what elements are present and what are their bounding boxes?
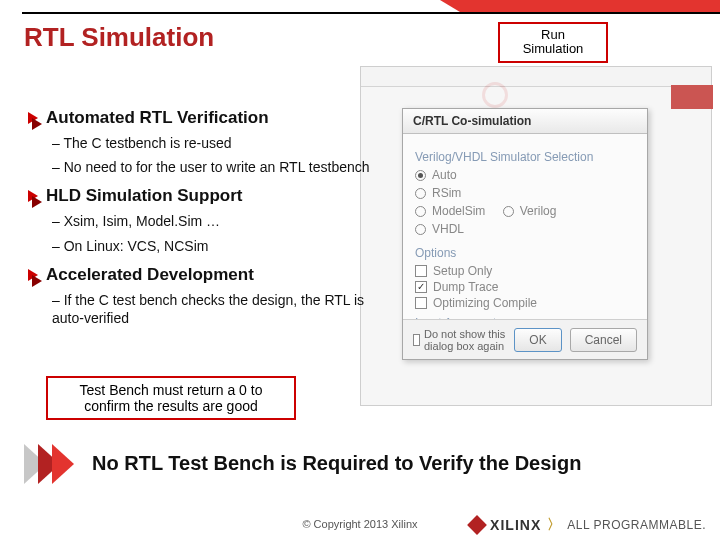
list-item: The C testbench is re-used xyxy=(52,134,396,152)
big-chevron-icon xyxy=(24,444,78,484)
dialog-title: C/RTL Co-simulation xyxy=(403,109,647,134)
group-simulator: Verilog/VHDL Simulator Selection xyxy=(415,150,635,164)
radio-rsim[interactable]: RSim xyxy=(415,186,461,200)
check-dont-show[interactable]: Do not show this dialog box again xyxy=(413,328,506,352)
radio-modelsim[interactable]: ModelSim xyxy=(415,204,485,218)
dialog-footer: Do not show this dialog box again OK Can… xyxy=(403,319,647,359)
window-titlebar xyxy=(361,67,711,87)
check-label: Setup Only xyxy=(433,264,492,278)
section-title: Accelerated Development xyxy=(46,265,254,285)
group-options: Options xyxy=(415,246,635,260)
headline: No RTL Test Bench is Required to Verify … xyxy=(92,452,581,475)
callout-line: Simulation xyxy=(500,42,606,56)
callout-run-simulation: Run Simulation xyxy=(498,22,608,63)
callout-line: Run xyxy=(500,28,606,42)
xilinx-logo-icon xyxy=(467,515,487,535)
radio-label: ModelSim xyxy=(432,204,485,218)
note-box: Test Bench must return a 0 to confirm th… xyxy=(46,376,296,420)
check-label: Do not show this dialog box again xyxy=(424,328,506,352)
ok-button[interactable]: OK xyxy=(514,328,561,352)
slide-title: RTL Simulation xyxy=(24,22,214,53)
arrow-icon: 〉 xyxy=(547,516,561,534)
check-label: Optimizing Compile xyxy=(433,296,537,310)
bullet-list: If the C test bench checks the design, t… xyxy=(52,291,396,327)
brand-tagline: ALL PROGRAMMABLE. xyxy=(567,518,706,532)
cancel-button[interactable]: Cancel xyxy=(570,328,637,352)
copyright: © Copyright 2013 Xilinx xyxy=(302,518,417,530)
bullet-list: The C testbench is re-used No need to fo… xyxy=(52,134,396,176)
check-setup-only[interactable]: Setup Only xyxy=(415,264,635,278)
close-icon xyxy=(671,85,713,109)
radio-label: VHDL xyxy=(432,222,464,236)
radio-verilog[interactable]: Verilog xyxy=(503,204,557,218)
slide: RTL Simulation Run Simulation C/RTL Co-s… xyxy=(0,0,720,540)
bullet-list: Xsim, Isim, Model.Sim … On Linux: VCS, N… xyxy=(52,212,396,254)
top-accent xyxy=(460,0,720,12)
radio-label: Verilog xyxy=(520,204,557,218)
check-dump-trace[interactable]: ✓Dump Trace xyxy=(415,280,635,294)
chevron-icon xyxy=(28,190,38,202)
section-heading: Accelerated Development xyxy=(28,265,396,285)
list-item: Xsim, Isim, Model.Sim … xyxy=(52,212,396,230)
brand-name: XILINX xyxy=(490,517,541,533)
chevron-icon xyxy=(28,269,38,281)
section-title: Automated RTL Verification xyxy=(46,108,269,128)
cosim-dialog: C/RTL Co-simulation Verilog/VHDL Simulat… xyxy=(402,108,648,360)
check-label: Dump Trace xyxy=(433,280,498,294)
list-item: On Linux: VCS, NCSim xyxy=(52,237,396,255)
top-rule xyxy=(22,12,720,14)
list-item: No need to for the user to write an RTL … xyxy=(52,158,396,176)
brand: XILINX 〉 ALL PROGRAMMABLE. xyxy=(470,516,706,534)
section-heading: Automated RTL Verification xyxy=(28,108,396,128)
chevron-icon xyxy=(28,112,38,124)
radio-vhdl[interactable]: VHDL xyxy=(415,222,464,236)
list-item: If the C test bench checks the design, t… xyxy=(52,291,396,327)
radio-auto[interactable]: Auto xyxy=(415,168,457,182)
radio-label: Auto xyxy=(432,168,457,182)
section-heading: HLD Simulation Support xyxy=(28,186,396,206)
radio-label: RSim xyxy=(432,186,461,200)
section-title: HLD Simulation Support xyxy=(46,186,242,206)
check-optimizing[interactable]: Optimizing Compile xyxy=(415,296,635,310)
content: Automated RTL Verification The C testben… xyxy=(28,108,396,337)
